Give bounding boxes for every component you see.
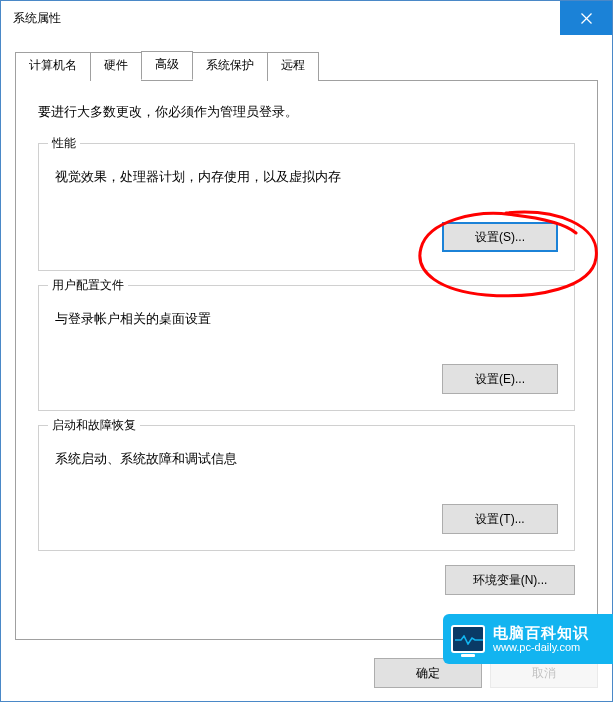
tab-strip: 计算机名 硬件 高级 系统保护 远程	[15, 51, 598, 80]
group-user-profiles: 用户配置文件 与登录帐户相关的桌面设置 设置(E)...	[38, 285, 575, 411]
user-profiles-settings-button[interactable]: 设置(E)...	[442, 364, 558, 394]
tab-remote[interactable]: 远程	[267, 52, 319, 81]
group-user-profiles-legend: 用户配置文件	[48, 277, 128, 294]
group-performance: 性能 视觉效果，处理器计划，内存使用，以及虚拟内存 设置(S)...	[38, 143, 575, 271]
watermark-title: 电脑百科知识	[493, 625, 589, 642]
tab-hardware[interactable]: 硬件	[90, 52, 142, 81]
group-user-profiles-desc: 与登录帐户相关的桌面设置	[55, 310, 558, 328]
group-startup-recovery-legend: 启动和故障恢复	[48, 417, 140, 434]
group-startup-recovery-desc: 系统启动、系统故障和调试信息	[55, 450, 558, 468]
group-startup-recovery: 启动和故障恢复 系统启动、系统故障和调试信息 设置(T)...	[38, 425, 575, 551]
admin-instruction: 要进行大多数更改，你必须作为管理员登录。	[38, 103, 575, 121]
close-button[interactable]	[560, 1, 612, 35]
content-area: 计算机名 硬件 高级 系统保护 远程 要进行大多数更改，你必须作为管理员登录。 …	[1, 35, 612, 645]
startup-recovery-settings-button[interactable]: 设置(T)...	[442, 504, 558, 534]
env-variables-row: 环境变量(N)...	[38, 565, 575, 595]
window-title: 系统属性	[13, 10, 61, 27]
watermark-badge: 电脑百科知识 www.pc-daily.com	[443, 614, 613, 664]
tab-system-protection[interactable]: 系统保护	[192, 52, 268, 81]
title-bar: 系统属性	[1, 1, 612, 35]
tab-advanced[interactable]: 高级	[141, 51, 193, 80]
environment-variables-button[interactable]: 环境变量(N)...	[445, 565, 575, 595]
monitor-icon	[451, 625, 485, 653]
system-properties-window: 系统属性 计算机名 硬件 高级 系统保护 远程 要进行大多数更改，你必须作为管理…	[0, 0, 613, 702]
performance-settings-button[interactable]: 设置(S)...	[442, 222, 558, 252]
close-icon	[581, 13, 592, 24]
watermark-url: www.pc-daily.com	[493, 641, 589, 653]
tab-panel-advanced: 要进行大多数更改，你必须作为管理员登录。 性能 视觉效果，处理器计划，内存使用，…	[15, 80, 598, 640]
tab-computer-name[interactable]: 计算机名	[15, 52, 91, 81]
group-performance-desc: 视觉效果，处理器计划，内存使用，以及虚拟内存	[55, 168, 558, 186]
group-performance-legend: 性能	[48, 135, 80, 152]
